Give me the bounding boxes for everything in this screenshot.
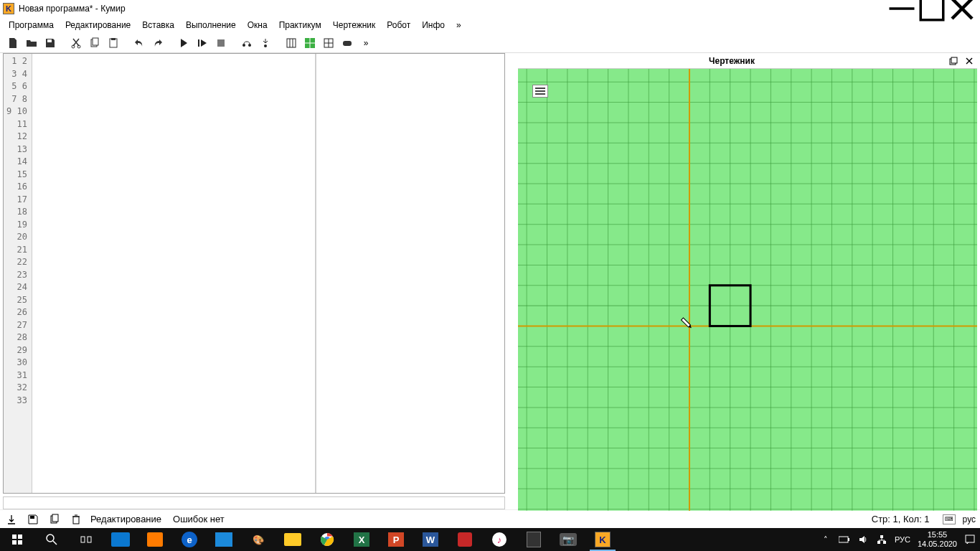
taskbar-excel[interactable]: X xyxy=(344,528,379,551)
menu-bar: Программа Редактирование Вставка Выполне… xyxy=(0,17,980,33)
menu-edit[interactable]: Редактирование xyxy=(60,19,136,32)
status-delete-button[interactable] xyxy=(69,512,83,527)
title-bar: K Новая программа* - Кумир xyxy=(0,0,980,17)
close-button[interactable] xyxy=(947,0,977,17)
drawer-header: Чертежник xyxy=(518,53,977,69)
task-view-button[interactable] xyxy=(69,528,103,551)
drawer-close-button[interactable] xyxy=(961,54,977,68)
menu-info[interactable]: Инфо xyxy=(416,19,451,32)
taskbar-camera[interactable]: 📷 xyxy=(551,528,585,551)
svg-rect-80 xyxy=(30,516,34,519)
menu-windows[interactable]: Окна xyxy=(242,19,273,32)
taskbar-itunes[interactable]: ♪ xyxy=(482,528,517,551)
grid-tool-3[interactable] xyxy=(320,35,337,51)
tray-notifications-icon[interactable] xyxy=(964,534,976,545)
taskbar: e 🎨 X P W ♪ 📷 K ˄ РУС 15:55 14.05.2020 xyxy=(0,528,980,551)
taskbar-explorer[interactable] xyxy=(275,528,310,551)
code-area[interactable] xyxy=(32,54,504,493)
grid-green-button[interactable] xyxy=(301,35,319,51)
stop-button[interactable] xyxy=(212,35,230,51)
paste-button[interactable] xyxy=(105,35,122,51)
system-tray: ˄ РУС 15:55 14.05.2020 xyxy=(820,530,980,549)
menu-program[interactable]: Программа xyxy=(3,19,60,32)
redo-button[interactable] xyxy=(149,35,166,51)
tray-time: 15:55 xyxy=(918,530,957,540)
taskbar-chrome[interactable] xyxy=(310,528,344,551)
menu-practicum[interactable]: Практикум xyxy=(273,19,327,32)
open-file-button[interactable] xyxy=(23,35,40,51)
taskbar-calculator[interactable] xyxy=(517,528,551,551)
taskbar-app-2[interactable] xyxy=(138,528,172,551)
menu-overflow[interactable]: » xyxy=(451,19,467,32)
drawer-canvas[interactable] xyxy=(518,69,977,509)
taskbar-word[interactable]: W xyxy=(413,528,448,551)
taskbar-app-4[interactable] xyxy=(207,528,241,551)
run-button[interactable] xyxy=(175,35,192,51)
taskbar-app-red[interactable] xyxy=(448,528,482,551)
taskbar-app-1[interactable] xyxy=(103,528,138,551)
status-lang[interactable]: рус xyxy=(963,514,976,524)
minimize-button[interactable] xyxy=(887,0,917,17)
tray-clock[interactable]: 15:55 14.05.2020 xyxy=(918,530,957,549)
svg-rect-8 xyxy=(93,38,98,45)
status-bar: Редактирование Ошибок нет Стр: 1, Кол: 1… xyxy=(0,509,980,528)
svg-rect-16 xyxy=(287,39,296,47)
svg-rect-82 xyxy=(52,514,58,522)
menu-run[interactable]: Выполнение xyxy=(180,19,242,32)
svg-rect-83 xyxy=(73,517,79,524)
drawer-maximize-button[interactable] xyxy=(946,54,961,68)
toolbar-overflow[interactable]: » xyxy=(357,35,374,51)
status-errors: Ошибок нет xyxy=(173,514,225,524)
taskbar-paint[interactable]: 🎨 xyxy=(241,528,275,551)
search-button[interactable] xyxy=(34,528,69,551)
save-file-button[interactable] xyxy=(42,35,59,51)
cut-button[interactable] xyxy=(67,35,85,51)
taskbar-kumir[interactable]: K xyxy=(585,528,620,551)
status-save-button[interactable] xyxy=(26,512,40,527)
grid-tool-1[interactable] xyxy=(283,35,300,51)
tray-keyboard-layout[interactable]: РУС xyxy=(895,535,910,544)
controller-button[interactable] xyxy=(339,35,356,51)
status-export-button[interactable] xyxy=(4,512,19,527)
copy-button[interactable] xyxy=(86,35,103,51)
start-button[interactable] xyxy=(0,528,34,551)
svg-rect-86 xyxy=(12,534,17,539)
main-area: 1 2 3 4 5 6 7 8 9 10 11 12 13 14 15 16 1… xyxy=(0,53,980,509)
svg-rect-89 xyxy=(18,540,22,545)
menu-drawer[interactable]: Чертежник xyxy=(327,19,382,32)
menu-insert[interactable]: Вставка xyxy=(136,19,180,32)
svg-rect-101 xyxy=(966,535,974,542)
toolbar: » xyxy=(0,33,980,53)
editor[interactable]: 1 2 3 4 5 6 7 8 9 10 11 12 13 14 15 16 1… xyxy=(3,53,505,494)
step-button[interactable] xyxy=(194,35,211,51)
svg-point-13 xyxy=(242,44,245,47)
svg-rect-27 xyxy=(951,57,957,63)
taskbar-powerpoint[interactable]: P xyxy=(379,528,413,551)
step-into-button[interactable] xyxy=(257,35,274,51)
code-margin-line xyxy=(315,54,316,493)
status-copy-button[interactable] xyxy=(47,512,62,527)
tray-chevron-up-icon[interactable]: ˄ xyxy=(820,534,831,545)
svg-point-14 xyxy=(248,44,251,47)
tray-network-icon[interactable] xyxy=(876,534,887,545)
svg-rect-92 xyxy=(81,537,85,542)
svg-rect-96 xyxy=(839,537,848,542)
svg-rect-4 xyxy=(47,39,52,42)
window-title: Новая программа* - Кумир xyxy=(19,4,887,14)
maximize-button[interactable] xyxy=(917,0,947,17)
drawer-menu-button[interactable] xyxy=(532,85,548,98)
svg-rect-93 xyxy=(88,537,91,542)
menu-robot[interactable]: Робот xyxy=(381,19,416,32)
keyboard-icon[interactable]: ⌨ xyxy=(943,514,956,524)
tray-battery-icon[interactable] xyxy=(839,534,850,545)
svg-point-90 xyxy=(47,534,54,542)
tray-volume-icon[interactable] xyxy=(857,534,869,545)
new-file-button[interactable] xyxy=(4,35,22,51)
editor-panel: 1 2 3 4 5 6 7 8 9 10 11 12 13 14 15 16 1… xyxy=(3,53,505,509)
step-over-button[interactable] xyxy=(238,35,255,51)
svg-rect-30 xyxy=(518,69,977,511)
undo-button[interactable] xyxy=(131,35,148,51)
svg-rect-25 xyxy=(343,41,352,46)
taskbar-edge[interactable]: e xyxy=(172,528,207,551)
svg-rect-87 xyxy=(18,534,22,539)
